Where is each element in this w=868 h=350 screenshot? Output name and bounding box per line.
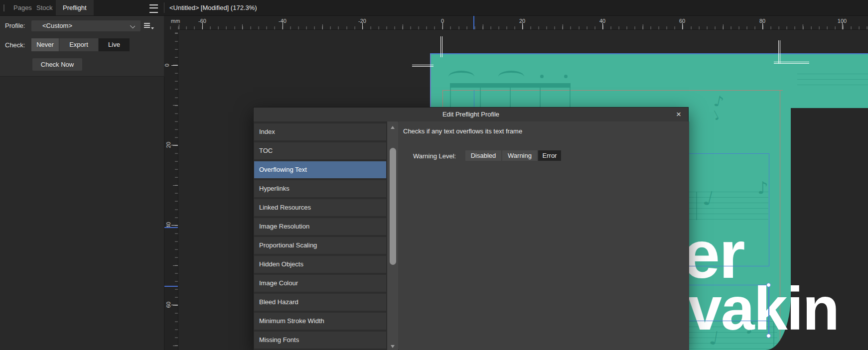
list-item[interactable]: TOC [254,142,386,159]
page-selection-edge[interactable] [430,53,868,54]
scroll-down-icon[interactable] [391,345,395,348]
ruler-label: 0 [164,64,170,67]
ruler-selection-mark [164,227,178,228]
margin-handle-vertical[interactable] [778,40,780,64]
close-icon[interactable]: × [673,109,684,120]
list-item-selected[interactable]: Overflowing Text [254,161,386,178]
warning-level-label: Warning Level: [413,152,456,160]
music-note-icon: ♩ [710,108,722,123]
list-item[interactable]: Index [254,123,386,140]
margin-handle-horizontal[interactable] [412,65,434,67]
document-title: <Untitled> [Modified] (172.3%) [169,0,257,15]
list-scrollbar[interactable] [387,121,398,350]
chevron-down-icon [130,23,135,28]
titlebar-divider [164,2,164,13]
ruler-label: 60 [165,302,171,308]
check-mode-export-button[interactable]: Export [59,38,98,51]
music-staff-graphic [797,74,868,89]
music-dot-graphic [564,75,568,78]
profile-dropdown-value: <Custom> [42,22,72,29]
tab-pages[interactable]: Pages [13,0,32,15]
list-item[interactable]: Hyperlinks [254,180,386,197]
margin-guide-right [780,90,780,108]
warning-level-disabled-button[interactable]: Disabled [465,150,501,161]
profile-dropdown[interactable]: <Custom> [31,20,141,31]
ruler-unit: mm [171,18,180,24]
music-dot-graphic [540,75,544,78]
list-item[interactable]: Minimum Stroke Width [254,313,386,330]
margin-handle-horizontal[interactable] [774,62,809,64]
ruler-medium-ticks [173,29,178,350]
margin-handle-vertical[interactable] [440,36,442,57]
music-note-icon: ♪ [713,92,725,108]
tab-preflight[interactable]: Preflight [56,0,94,15]
preflight-panel: Profile: <Custom> Check: Never Export Li… [0,15,164,77]
list-item[interactable]: Linked Resources [254,199,386,216]
list-item[interactable]: Proportional Scaling [254,237,386,254]
check-now-button[interactable]: Check Now [32,58,82,71]
check-mode-never-button[interactable]: Never [31,38,59,51]
warning-level-error-button[interactable]: Error [538,150,561,161]
frame-handle-stem [768,285,769,336]
check-mode-live-button[interactable]: Live [99,38,130,51]
frame-handle[interactable] [766,334,771,338]
list-item[interactable]: Hidden Objects [254,256,386,273]
ruler-guide-marker [473,15,474,29]
panel-drag-handle[interactable] [3,4,4,11]
scroll-up-icon[interactable] [391,126,395,129]
scrollbar-thumb[interactable] [390,148,396,265]
frame-handle[interactable] [766,283,771,287]
profile-preset-arrow-icon [151,27,154,29]
check-label: Check: [5,41,25,49]
list-item[interactable]: Missing Fonts [254,332,386,349]
tab-stock[interactable]: Stock [36,0,53,15]
list-item[interactable]: Image Resolution [254,218,386,235]
panel-menu-icon[interactable] [149,4,158,13]
panel-empty-area [0,77,164,350]
music-band-graphic [450,83,571,88]
music-slur-graphic [498,71,524,83]
ruler-label: 20 [165,142,171,148]
top-bar: Pages Stock Preflight <Untitled> [Modifi… [0,0,868,16]
ruler-selection-mark [164,286,178,287]
music-slur-graphic [448,71,474,83]
warning-level-warning-button[interactable]: Warning [502,150,537,161]
list-item[interactable]: Bleed Hazard [254,294,386,311]
list-item[interactable]: Image Colour [254,275,386,292]
music-grid-graphic [450,88,571,108]
profile-label: Profile: [5,22,25,29]
vertical-ruler: 0 20 40 60 [164,29,178,350]
dialog-title: Edit Preflight Profile [254,108,688,121]
page-selection-edge[interactable] [430,54,431,108]
check-description: Checks if any text overflows its text fr… [403,127,522,135]
dialog-titlebar[interactable]: Edit Preflight Profile × [254,108,688,122]
check-settings-pane: Checks if any text overflows its text fr… [399,121,689,350]
profile-preset-menu-icon[interactable] [144,23,150,24]
profile-checks-list: Index TOC Overflowing Text Hyperlinks Li… [254,121,387,350]
horizontal-ruler: mm -60 -40 -20 0 20 40 60 80 100 [164,15,868,30]
edit-preflight-profile-dialog: Edit Preflight Profile × Index TOC Overf… [253,107,689,350]
margin-guide-left [442,90,443,108]
